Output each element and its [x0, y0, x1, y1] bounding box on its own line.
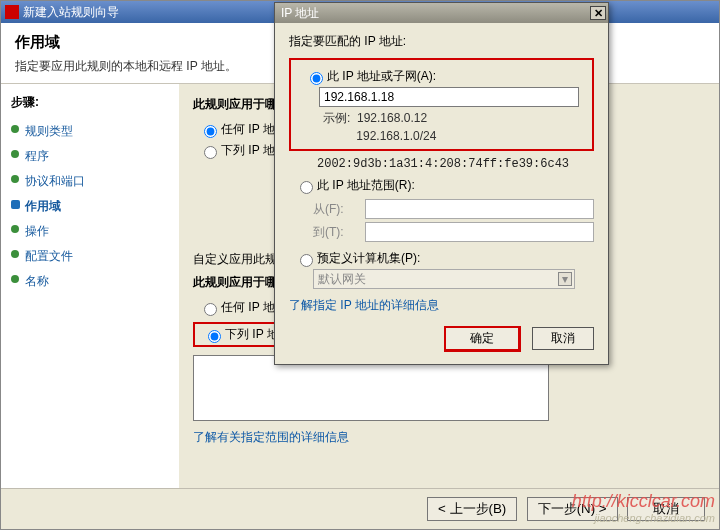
predef-combo: 默认网关 ▾: [313, 269, 575, 289]
subnet-highlight: 此 IP 地址或子网(A): 示例: 192.168.0.12 192.168.…: [289, 58, 594, 151]
from-label: 从(F):: [313, 201, 365, 218]
watermark-sub: jiaocheng.chazidian.com: [572, 512, 715, 524]
step-profile[interactable]: 配置文件: [7, 244, 173, 269]
chevron-down-icon: ▾: [558, 272, 572, 286]
step-protocol[interactable]: 协议和端口: [7, 169, 173, 194]
opt-range-label: 此 IP 地址范围(R):: [317, 178, 415, 192]
dialog-prompt: 指定要匹配的 IP 地址:: [289, 33, 594, 50]
to-label: 到(T):: [313, 224, 365, 241]
step-action[interactable]: 操作: [7, 219, 173, 244]
watermark: http://kicclcar.com jiaocheng.chazidian.…: [572, 491, 715, 524]
step-name[interactable]: 名称: [7, 269, 173, 294]
step-rule-type[interactable]: 规则类型: [7, 119, 173, 144]
firewall-icon: [5, 5, 19, 19]
learn-ip-link[interactable]: 了解指定 IP 地址的详细信息: [289, 297, 439, 314]
dialog-titlebar: IP 地址 ✕: [275, 3, 608, 23]
wizard-title-text: 新建入站规则向导: [23, 4, 119, 21]
opt-subnet-label: 此 IP 地址或子网(A):: [327, 69, 436, 83]
radio-subnet[interactable]: [310, 72, 323, 85]
dialog-cancel-button[interactable]: 取消: [532, 327, 594, 350]
steps-label: 步骤:: [11, 94, 173, 111]
ok-button[interactable]: 确定: [444, 326, 521, 352]
radio-these-remote[interactable]: [208, 330, 221, 343]
radio-any-remote[interactable]: [204, 303, 217, 316]
range-from-input: [365, 199, 594, 219]
step-program[interactable]: 程序: [7, 144, 173, 169]
watermark-main: http://kicclcar.com: [572, 491, 715, 511]
range-to-input: [365, 222, 594, 242]
radio-range[interactable]: [300, 181, 313, 194]
back-button[interactable]: < 上一步(B): [427, 497, 517, 521]
example-2: 192.168.1.0/24: [356, 129, 436, 143]
wizard-sidebar: 步骤: 规则类型 程序 协议和端口 作用域 操作 配置文件 名称: [1, 84, 179, 512]
radio-these-local[interactable]: [204, 146, 217, 159]
step-scope[interactable]: 作用域: [7, 194, 173, 219]
close-icon[interactable]: ✕: [590, 6, 606, 20]
radio-any-local[interactable]: [204, 125, 217, 138]
opt-predef-label: 预定义计算机集(P):: [317, 251, 420, 265]
example-1: 192.168.0.12: [357, 111, 427, 125]
subnet-input[interactable]: [319, 87, 579, 107]
example-label: 示例:: [323, 111, 350, 125]
ipv6-example: 2002:9d3b:1a31:4:208:74ff:fe39:6c43: [317, 157, 594, 171]
range-help-link[interactable]: 了解有关指定范围的详细信息: [193, 429, 349, 446]
ip-address-dialog: IP 地址 ✕ 指定要匹配的 IP 地址: 此 IP 地址或子网(A): 示例:…: [274, 2, 609, 365]
dialog-title-text: IP 地址: [281, 5, 319, 22]
radio-predef[interactable]: [300, 254, 313, 267]
predef-value: 默认网关: [318, 271, 366, 288]
